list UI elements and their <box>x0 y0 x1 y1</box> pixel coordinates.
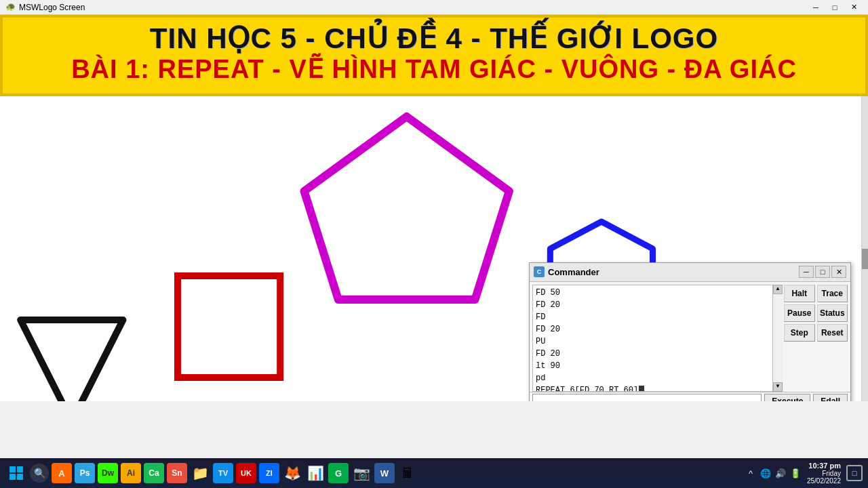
button-row-2: Pause Status <box>784 304 848 322</box>
log-line-8: pd <box>536 372 770 384</box>
pentagon-shape <box>304 117 509 300</box>
commander-title-text: Commander <box>548 267 799 277</box>
halt-button[interactable]: Halt <box>784 285 815 302</box>
taskbar-zalo[interactable]: Zl <box>259 463 279 483</box>
tray-icons: ^ 🌐 🔊 🔋 <box>745 467 802 479</box>
status-button[interactable]: Status <box>817 304 848 322</box>
triangle-shape <box>20 320 123 401</box>
log-scrollbar[interactable]: ▲ ▼ <box>773 285 783 392</box>
taskbar-screen-capture[interactable]: 📷 <box>351 463 372 483</box>
taskbar-snagit[interactable]: Sn <box>167 463 187 483</box>
tray-network[interactable]: 🌐 <box>760 467 772 479</box>
taskbar-excel-chart[interactable]: 📊 <box>305 463 326 483</box>
commander-icon: C <box>534 266 545 277</box>
commander-input-bar: Execute Edall <box>530 392 850 401</box>
commander-close-button[interactable]: ✕ <box>831 266 846 278</box>
taskbar-green-app[interactable]: G <box>328 463 349 483</box>
app-icon: 🐢 <box>5 2 16 13</box>
windows-logo <box>9 466 23 480</box>
system-tray: ^ 🌐 🔊 🔋 10:37 pm Friday 25/02/2022 □ <box>745 462 863 485</box>
commander-window-controls: ─ □ ✕ <box>799 266 846 278</box>
commander-maximize-button[interactable]: □ <box>815 266 830 278</box>
trace-button[interactable]: Trace <box>817 285 848 302</box>
log-line-6: FD 20 <box>536 348 770 360</box>
taskbar: 🔍 A Ps Dw Ai Ca Sn 📁 TV UK Zl 🦊 📊 G 📷 W … <box>0 458 868 488</box>
clock-time: 10:37 pm <box>807 462 841 470</box>
log-line-1: FD 50 <box>536 287 770 299</box>
pause-button[interactable]: Pause <box>784 304 815 322</box>
square-shape <box>178 276 280 378</box>
tray-volume[interactable]: 🔊 <box>774 467 787 479</box>
taskbar-camtasia[interactable]: Ca <box>144 463 164 483</box>
step-button[interactable]: Step <box>784 324 815 342</box>
taskbar-teamviewer[interactable]: TV <box>213 463 233 483</box>
commander-titlebar: C Commander ─ □ ✕ <box>530 263 850 282</box>
button-row-1: Halt Trace <box>784 285 848 302</box>
close-button[interactable]: ✕ <box>845 1 863 14</box>
tray-chevron[interactable]: ^ <box>745 467 757 479</box>
taskbar-illustrator[interactable]: Ai <box>121 463 141 483</box>
commander-window: C Commander ─ □ ✕ FD 50 FD 20 FD FD 20 P… <box>529 262 851 401</box>
start-button[interactable] <box>5 462 27 484</box>
taskbar-photoshop[interactable]: Ps <box>75 463 95 483</box>
banner-line2: BÀI 1: REPEAT - VẼ HÌNH TAM GIÁC - VUÔNG… <box>14 54 854 85</box>
taskbar-unikey[interactable]: UK <box>236 463 256 483</box>
search-button[interactable]: 🔍 <box>30 464 49 483</box>
taskbar-calculator[interactable]: 🖩 <box>397 463 418 483</box>
execute-button[interactable]: Execute <box>764 394 810 401</box>
banner: TIN HỌC 5 - CHỦ ĐỀ 4 - THẾ GIỚI LOGO BÀI… <box>0 15 868 96</box>
title-bar: 🐢 MSWLogo Screen ─ □ ✕ <box>0 0 868 15</box>
text-cursor <box>639 386 644 392</box>
minimize-button[interactable]: ─ <box>807 1 825 14</box>
taskbar-aurora3d[interactable]: A <box>52 463 72 483</box>
reset-button[interactable]: Reset <box>817 324 848 342</box>
log-line-5: PU <box>536 336 770 348</box>
notification-button[interactable]: □ <box>846 465 863 481</box>
tray-battery[interactable]: 🔋 <box>789 467 802 479</box>
commander-log[interactable]: FD 50 FD 20 FD FD 20 PU FD 20 lt 90 pd R… <box>532 285 773 392</box>
clock-day: Friday <box>807 470 841 477</box>
commander-body: FD 50 FD 20 FD FD 20 PU FD 20 lt 90 pd R… <box>530 282 850 392</box>
commander-input-field[interactable] <box>532 394 762 401</box>
edall-button[interactable]: Edall <box>813 394 848 401</box>
taskbar-app-icons: A Ps Dw Ai Ca Sn 📁 TV UK Zl 🦊 📊 G 📷 W 🖩 <box>52 463 742 483</box>
maximize-button[interactable]: □ <box>826 1 844 14</box>
button-row-3: Step Reset <box>784 324 848 342</box>
log-line-7: lt 90 <box>536 360 770 372</box>
taskbar-dreamweaver[interactable]: Dw <box>98 463 118 483</box>
log-line-3: FD <box>536 311 770 323</box>
scrollbar-thumb[interactable] <box>862 249 868 269</box>
taskbar-word[interactable]: W <box>374 463 395 483</box>
taskbar-clock[interactable]: 10:37 pm Friday 25/02/2022 <box>807 462 841 485</box>
commander-buttons: Halt Trace Pause Status Step Reset <box>783 282 850 392</box>
drawing-area: C Commander ─ □ ✕ FD 50 FD 20 FD FD 20 P… <box>0 96 868 401</box>
commander-minimize-button[interactable]: ─ <box>799 266 814 278</box>
drawing-area-scrollbar[interactable] <box>861 96 868 401</box>
log-scrollbar-track <box>773 294 783 382</box>
taskbar-firefox[interactable]: 🦊 <box>282 463 302 483</box>
scrollbar-down-btn[interactable]: ▼ <box>773 382 783 392</box>
scrollbar-up-btn[interactable]: ▲ <box>773 285 783 294</box>
log-line-2: FD 20 <box>536 299 770 311</box>
log-line-9: REPEAT 6[FD 70 RT 60] <box>536 384 770 392</box>
clock-date: 25/02/2022 <box>807 477 841 485</box>
title-bar-text: MSWLogo Screen <box>19 3 85 12</box>
banner-line1: TIN HỌC 5 - CHỦ ĐỀ 4 - THẾ GIỚI LOGO <box>14 23 854 54</box>
window-controls: ─ □ ✕ <box>807 1 863 14</box>
log-line-4: FD 20 <box>536 323 770 336</box>
search-icon: 🔍 <box>34 468 45 479</box>
taskbar-folder[interactable]: 📁 <box>190 463 210 483</box>
